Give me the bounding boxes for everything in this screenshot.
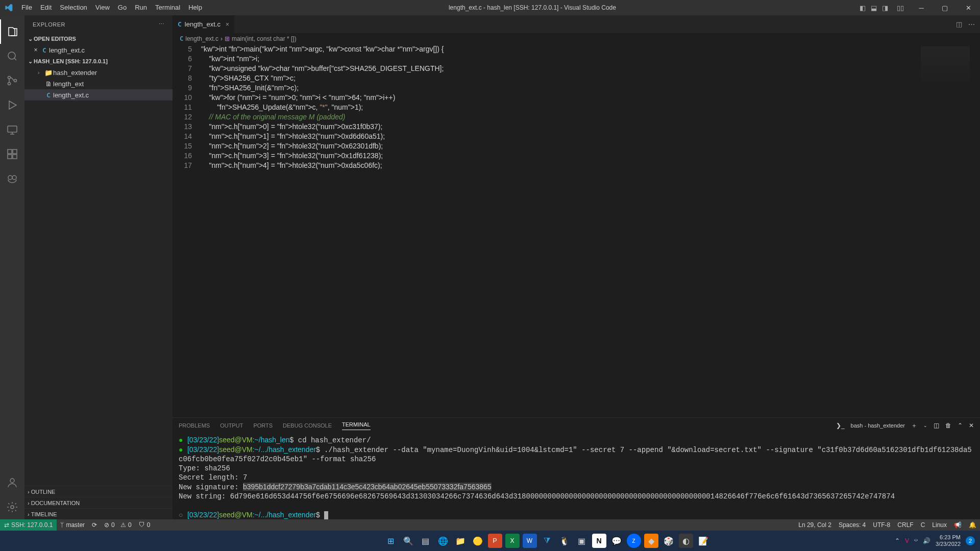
cursor-position[interactable]: Ln 29, Col 2 xyxy=(795,519,835,531)
start-button[interactable]: ⊞ xyxy=(384,534,398,548)
explorer-activity-icon[interactable] xyxy=(0,19,24,44)
menu-edit[interactable]: Edit xyxy=(36,0,56,15)
os-status[interactable]: Linux xyxy=(928,519,950,531)
code-content[interactable]: "kw">int "fn">main("kw">int "nm">argc, "… xyxy=(201,44,444,417)
panel-tab-problems[interactable]: PROBLEMS xyxy=(179,422,210,429)
tree-file-length-ext-c[interactable]: C length_ext.c xyxy=(24,89,173,101)
open-editors-section[interactable]: ⌄OPEN EDITORS xyxy=(24,33,173,44)
menu-help[interactable]: Help xyxy=(184,0,206,15)
split-terminal-icon[interactable]: ◫ xyxy=(934,422,939,429)
encoding-status[interactable]: UTF-8 xyxy=(869,519,894,531)
customize-layout-icon[interactable]: ▯▯ xyxy=(896,4,904,12)
scm-activity-icon[interactable] xyxy=(0,68,24,93)
menu-view[interactable]: View xyxy=(91,0,114,15)
documentation-section[interactable]: › DOCUMENTATION xyxy=(24,497,173,508)
panel-tab-ports[interactable]: PORTS xyxy=(253,422,273,429)
extensions-activity-icon[interactable] xyxy=(0,142,24,166)
run-debug-activity-icon[interactable] xyxy=(0,93,24,117)
close-tab-icon[interactable]: × xyxy=(226,21,229,28)
ports-status[interactable]: ⛉0 xyxy=(135,519,154,531)
app-icon-2[interactable]: 🎲 xyxy=(662,534,676,548)
kill-terminal-icon[interactable]: 🗑 xyxy=(945,422,951,429)
powerpoint-icon[interactable]: P xyxy=(488,534,502,548)
sync-button[interactable]: ⟳ xyxy=(88,519,101,531)
search-activity-icon[interactable] xyxy=(0,44,24,68)
volume-icon[interactable]: 🔊 xyxy=(923,537,930,544)
problems-status[interactable]: ⊘0 ⚠0 xyxy=(101,519,135,531)
app-icon-3[interactable]: ◐ xyxy=(679,534,693,548)
window-maximize-button[interactable]: ▢ xyxy=(933,0,957,15)
panel-tab-output[interactable]: OUTPUT xyxy=(220,422,243,429)
menu-selection[interactable]: Selection xyxy=(56,0,91,15)
copilot-activity-icon[interactable] xyxy=(0,166,24,191)
terminal-taskbar-icon[interactable]: ▣ xyxy=(575,534,589,548)
excel-icon[interactable]: X xyxy=(505,534,520,548)
terminal-dropdown-icon[interactable]: ⌄ xyxy=(923,423,927,428)
new-terminal-icon[interactable]: ＋ xyxy=(911,421,917,430)
notifications-icon[interactable]: 🔔 xyxy=(965,519,980,531)
menu-run[interactable]: Run xyxy=(131,0,151,15)
toggle-panel-left-icon[interactable]: ◧ xyxy=(859,4,867,12)
code-editor[interactable]: 567891011121314151617 "kw">int "fn">main… xyxy=(173,44,980,417)
menu-terminal[interactable]: Terminal xyxy=(151,0,184,15)
wifi-icon[interactable]: ⌔ xyxy=(914,537,918,544)
breadcrumb-symbol[interactable]: main(int, const char * []) xyxy=(232,35,297,42)
search-taskbar-icon[interactable]: 🔍 xyxy=(401,534,415,548)
accounts-activity-icon[interactable] xyxy=(0,470,24,495)
window-minimize-button[interactable]: ─ xyxy=(910,0,933,15)
tree-file-length-ext[interactable]: 🗎 length_ext xyxy=(24,78,173,89)
c-file-icon: C xyxy=(178,20,182,28)
app-icon[interactable]: ◆ xyxy=(644,534,658,548)
task-view-icon[interactable]: ▤ xyxy=(419,534,433,548)
menu-go[interactable]: Go xyxy=(114,0,131,15)
toggle-panel-right-icon[interactable]: ◨ xyxy=(881,4,889,12)
breadcrumb[interactable]: C length_ext.c › ⊞ main(int, const char … xyxy=(173,33,980,44)
windows-taskbar: ⊞ 🔍 ▤ 🌐 📁 🟡 P X W ⧩ 🐧 ▣ N 💬 Z ◆ 🎲 ◐ 📝 ⌃ … xyxy=(0,531,980,551)
chrome-icon[interactable]: 🟡 xyxy=(471,534,485,548)
settings-activity-icon[interactable] xyxy=(0,495,24,519)
explorer-more-icon[interactable]: ⋯ xyxy=(159,21,165,28)
window-close-button[interactable]: ✕ xyxy=(957,0,980,15)
timeline-section[interactable]: › TIMELINE xyxy=(24,508,173,519)
close-panel-icon[interactable]: ✕ xyxy=(969,422,974,429)
remote-explorer-activity-icon[interactable] xyxy=(0,117,24,142)
terminal-shell-name[interactable]: bash - hash_extender xyxy=(851,422,905,429)
more-actions-icon[interactable]: ⋯ xyxy=(968,20,975,28)
linux-icon[interactable]: 🐧 xyxy=(557,534,572,548)
tree-item-label: length_ext xyxy=(53,80,84,88)
feedback-icon[interactable]: 📢 xyxy=(950,519,965,531)
split-editor-icon[interactable]: ◫ xyxy=(956,20,962,28)
language-status[interactable]: C xyxy=(917,519,929,531)
close-editor-icon[interactable]: × xyxy=(32,46,40,54)
git-branch[interactable]: ᛘmaster xyxy=(57,519,88,531)
tray-app-icon[interactable]: V xyxy=(905,537,909,544)
notion-icon[interactable]: N xyxy=(592,534,606,548)
toggle-panel-bottom-icon[interactable]: ⬓ xyxy=(870,4,878,12)
remote-indicator[interactable]: ⇄ SSH: 127.0.0.1 xyxy=(0,519,57,531)
maximize-panel-icon[interactable]: ⌃ xyxy=(958,422,963,429)
panel-tab-debug[interactable]: DEBUG CONSOLE xyxy=(283,422,332,429)
word-icon[interactable]: W xyxy=(523,534,537,548)
tree-folder-hash-extender[interactable]: › 📁 hash_extender xyxy=(24,67,173,78)
outline-section[interactable]: › OUTLINE xyxy=(24,486,173,497)
menu-file[interactable]: File xyxy=(17,0,36,15)
notification-center-icon[interactable]: 2 xyxy=(966,536,975,545)
editor-tab[interactable]: C length_ext.c × xyxy=(173,15,235,33)
messenger-icon[interactable]: 💬 xyxy=(609,534,624,548)
vscode-taskbar-icon[interactable]: ⧩ xyxy=(540,534,554,548)
file-explorer-icon[interactable]: 📁 xyxy=(453,534,468,548)
notepad-icon[interactable]: 📝 xyxy=(696,534,710,548)
eol-status[interactable]: CRLF xyxy=(894,519,917,531)
open-editor-item[interactable]: × C length_ext.c xyxy=(24,44,173,56)
taskbar-clock[interactable]: 6:23 PM3/23/2022 xyxy=(936,534,961,547)
tray-chevron-icon[interactable]: ⌃ xyxy=(895,537,900,544)
indentation-status[interactable]: Spaces: 4 xyxy=(835,519,869,531)
edge-icon[interactable]: 🌐 xyxy=(436,534,450,548)
project-section[interactable]: ⌄HASH_LEN [SSH: 127.0.0.1] xyxy=(24,56,173,67)
terminal-shell-icon[interactable]: ❯_ xyxy=(836,422,845,429)
zalo-icon[interactable]: Z xyxy=(627,534,641,548)
minimap[interactable] xyxy=(921,46,970,87)
panel-tab-terminal[interactable]: TERMINAL xyxy=(342,421,371,430)
terminal-body[interactable]: ● [03/23/22]seed@VM:~/hash_len$ cd hash_… xyxy=(173,433,980,519)
breadcrumb-file[interactable]: length_ext.c xyxy=(185,35,218,42)
